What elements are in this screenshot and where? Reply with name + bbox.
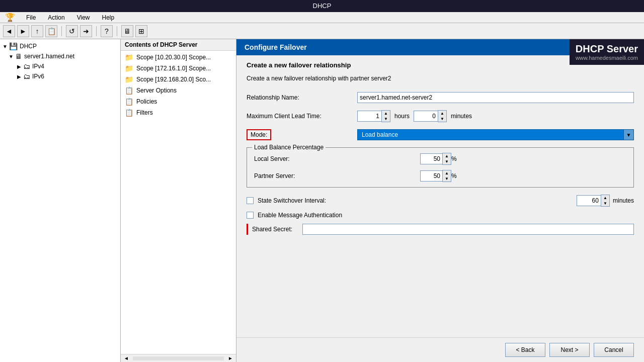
shared-secret-label: Shared Secret: <box>252 226 302 233</box>
partner-server-row: Partner Server: ▲ ▼ % <box>254 170 626 182</box>
expand-arrow-ipv6: ▶ <box>16 74 22 79</box>
windows-logo-icon: 🏆 <box>4 12 16 24</box>
contents-header: Contents of DHCP Server <box>121 39 236 51</box>
relationship-name-input[interactable] <box>357 92 634 103</box>
hours-spinbox: ▲ ▼ <box>357 110 390 122</box>
lead-time-spinbox-group: ▲ ▼ hours ▲ ▼ minutes <box>357 110 472 122</box>
partner-server-down-btn[interactable]: ▼ <box>443 176 451 182</box>
hours-arrows: ▲ ▼ <box>381 110 390 122</box>
state-switchover-up-btn[interactable]: ▲ <box>601 195 609 201</box>
left-panel: ▼ 💾 DHCP ▼ 🖥 server1.hamed.net ▶ 🗂 IPv4 … <box>0 39 121 362</box>
list-item-filters[interactable]: 📋 Filters <box>121 107 236 118</box>
state-switchover-input[interactable] <box>577 195 601 206</box>
minutes-input[interactable] <box>414 111 438 122</box>
middle-panel: Contents of DHCP Server 📁 Scope [10.20.3… <box>121 39 236 362</box>
minutes-up-btn[interactable]: ▲ <box>438 111 446 116</box>
toolbar-up-btn[interactable]: ↑ <box>31 25 43 37</box>
toolbar-show-btn[interactable]: 📋 <box>45 25 57 37</box>
branding: DHCP Server www.hamedesmaeili.com <box>570 39 644 65</box>
title-text: DHCP <box>313 2 332 10</box>
tree-ipv6[interactable]: ▶ 🗂 IPv6 <box>0 71 120 81</box>
tree-ipv4-label: IPv4 <box>32 63 44 70</box>
list-item-label-5: Filters <box>136 109 153 116</box>
menu-file[interactable]: File <box>24 13 38 22</box>
ipv4-icon: 🗂 <box>23 62 30 70</box>
toolbar: ◄ ► ↑ 📋 ↺ ➜ ? 🖥 ⊞ <box>0 23 644 39</box>
list-item-policies[interactable]: 📋 Policies <box>121 96 236 107</box>
hours-input[interactable] <box>357 111 381 122</box>
list-item-label-0: Scope [10.20.30.0] Scope... <box>136 54 211 61</box>
state-switchover-checkbox[interactable] <box>247 197 254 204</box>
hours-down-btn[interactable]: ▼ <box>382 116 390 122</box>
tree-root-dhcp[interactable]: ▼ 💾 DHCP <box>0 41 120 51</box>
toolbar-forward-btn[interactable]: ► <box>17 25 29 37</box>
mode-select-wrapper: Load balance ▼ <box>357 129 634 140</box>
menu-bar: 🏆 File Action View Help <box>0 12 644 23</box>
partner-pct-symbol: % <box>451 172 457 179</box>
menu-view[interactable]: View <box>75 13 92 22</box>
dialog-intro: Create a new failover relationship with … <box>247 73 634 82</box>
partner-server-spinbox: ▲ ▼ <box>420 170 451 182</box>
scroll-right-btn[interactable]: ► <box>225 355 236 361</box>
local-server-down-btn[interactable]: ▼ <box>443 159 451 164</box>
state-switchover-down-btn[interactable]: ▼ <box>601 201 609 206</box>
hours-up-btn[interactable]: ▲ <box>382 111 390 116</box>
cancel-button[interactable]: Cancel <box>594 343 634 357</box>
toolbar-export-btn[interactable]: ➜ <box>80 25 92 37</box>
folder-icon-2: 📁 <box>125 75 133 83</box>
mode-dropdown-arrow[interactable]: ▼ <box>624 129 634 140</box>
next-button[interactable]: Next > <box>549 343 590 357</box>
list-item-label-3: Server Options <box>136 87 177 94</box>
toolbar-back-btn[interactable]: ◄ <box>3 25 15 37</box>
hours-label: hours <box>394 113 410 120</box>
dialog-body: Create a new failover relationship with … <box>236 73 644 337</box>
partner-server-pct-input[interactable] <box>420 170 442 182</box>
expand-arrow-ipv4: ▶ <box>16 64 22 69</box>
toolbar-sep3 <box>117 26 117 36</box>
menu-help[interactable]: Help <box>100 13 117 22</box>
configure-failover-dialog: Configure Failover Create a new failover… <box>236 39 644 362</box>
title-bar: DHCP <box>0 0 644 12</box>
content-list: 📁 Scope [10.20.30.0] Scope... 📁 Scope [1… <box>121 51 236 354</box>
minutes-down-btn[interactable]: ▼ <box>438 116 446 122</box>
local-server-pct-input[interactable] <box>420 153 442 164</box>
load-balance-section: Load Balance Percentage Local Server: ▲ … <box>247 147 634 188</box>
state-switchover-spinbox-group: ▲ ▼ minutes <box>577 195 634 207</box>
toolbar-monitor2-btn[interactable]: ⊞ <box>135 25 147 37</box>
enable-message-auth-checkbox[interactable] <box>247 212 254 219</box>
mode-label: Mode: <box>247 129 271 140</box>
max-client-lead-time-label: Maximum Client Lead Time: <box>247 113 357 120</box>
enable-message-auth-label: Enable Message Authentication <box>258 212 634 219</box>
partner-server-up-btn[interactable]: ▲ <box>443 170 451 176</box>
relationship-name-label: Relationship Name: <box>247 94 357 101</box>
mode-select-display[interactable]: Load balance <box>357 129 624 140</box>
list-item[interactable]: 📁 Scope [192.168.20.0] Sco... <box>121 74 236 85</box>
toolbar-sep1 <box>61 26 62 36</box>
list-item-server-options[interactable]: 📋 Server Options <box>121 85 236 96</box>
toolbar-refresh-btn[interactable]: ↺ <box>66 25 78 37</box>
tree-server[interactable]: ▼ 🖥 server1.hamed.net <box>0 51 120 61</box>
server-icon: 🖥 <box>15 52 22 60</box>
state-switchover-arrows: ▲ ▼ <box>601 195 610 207</box>
scroll-left-btn[interactable]: ◄ <box>121 355 132 361</box>
folder-icon-3: 📋 <box>125 86 133 95</box>
branding-url: www.hamedesmaeili.com <box>576 55 638 61</box>
state-switchover-row: State Switchover Interval: ▲ ▼ minutes <box>247 195 634 207</box>
menu-action[interactable]: Action <box>46 13 66 22</box>
back-button[interactable]: < Back <box>505 343 545 357</box>
toolbar-help-btn[interactable]: ? <box>101 25 113 37</box>
list-item[interactable]: 📁 Scope [172.16.1.0] Scope... <box>121 63 236 74</box>
tree-ipv4[interactable]: ▶ 🗂 IPv4 <box>0 61 120 71</box>
scroll-grip <box>133 356 224 360</box>
minutes-arrows: ▲ ▼ <box>438 110 447 122</box>
local-server-label: Local Server: <box>254 155 420 162</box>
toolbar-monitor-btn[interactable]: 🖥 <box>121 25 133 37</box>
expand-arrow-server: ▼ <box>8 54 14 59</box>
list-item[interactable]: 📁 Scope [10.20.30.0] Scope... <box>121 52 236 63</box>
mode-row: Mode: Load balance ▼ <box>247 129 634 140</box>
local-server-up-btn[interactable]: ▲ <box>443 153 451 159</box>
main-layout: ▼ 💾 DHCP ▼ 🖥 server1.hamed.net ▶ 🗂 IPv4 … <box>0 39 644 362</box>
shared-secret-input[interactable] <box>302 224 634 235</box>
max-client-lead-time-row: Maximum Client Lead Time: ▲ ▼ hours <box>247 110 634 122</box>
partner-server-label: Partner Server: <box>254 172 420 179</box>
